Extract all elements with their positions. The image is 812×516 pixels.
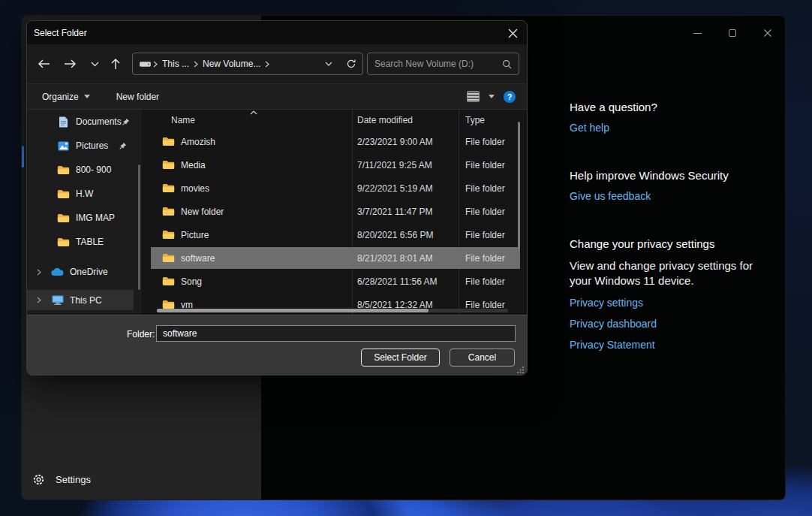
folder-name-input[interactable]: [156, 325, 516, 342]
file-date-modified: 6/28/2021 11:56 AM: [352, 276, 459, 287]
file-type: File folder: [459, 230, 527, 240]
gear-icon: [32, 473, 45, 486]
file-type: File folder: [459, 137, 527, 147]
view-dropdown-chevron-icon[interactable]: [489, 95, 495, 98]
up-button[interactable]: [107, 56, 124, 71]
file-type: File folder: [459, 276, 527, 287]
sidebar-item-pictures[interactable]: Pictures: [27, 134, 142, 158]
get-help-link[interactable]: Get help: [570, 122, 784, 134]
breadcrumb-new-volume[interactable]: New Volume...: [203, 59, 260, 69]
sidebar-item-this-pc[interactable]: This PC: [27, 290, 134, 310]
column-header-type[interactable]: Type: [459, 115, 527, 125]
file-type: File folder: [459, 160, 527, 170]
expand-chevron-icon[interactable]: [35, 269, 44, 276]
section-help-improve: Help improve Windows Security Give us fe…: [570, 169, 784, 202]
file-date-modified: 8/5/2021 12:32 AM: [352, 300, 459, 310]
section-have-a-question: Have a question? Get help: [570, 101, 784, 134]
select-folder-button[interactable]: Select Folder: [361, 349, 440, 367]
file-name: Amozish: [181, 137, 215, 147]
cancel-button[interactable]: Cancel: [450, 349, 515, 367]
up-arrow-icon: [110, 58, 121, 70]
dialog-titlebar[interactable]: Select Folder: [27, 21, 527, 44]
sidebar-item-label: Pictures: [76, 140, 108, 151]
file-date-modified: 8/21/2021 8:01 AM: [352, 253, 459, 264]
column-header-name[interactable]: Name: [142, 115, 352, 125]
table-row[interactable]: software 8/21/2021 8:01 AM File folder: [142, 246, 527, 270]
change-view-button[interactable]: [467, 91, 480, 102]
sidebar-item-label: TABLE: [76, 237, 104, 247]
file-type: File folder: [459, 300, 527, 310]
search-box[interactable]: [367, 53, 519, 75]
file-name: Song: [181, 276, 202, 287]
nav-selection-indicator: [22, 146, 24, 167]
organize-button[interactable]: Organize: [42, 92, 90, 102]
sidebar-item-img-map[interactable]: IMG MAP: [27, 206, 142, 230]
privacy-settings-link[interactable]: Privacy settings: [570, 297, 784, 309]
breadcrumb-chevron-icon: [153, 61, 158, 68]
folder-label: Folder:: [127, 329, 155, 339]
recent-locations-button[interactable]: [86, 56, 103, 71]
back-button[interactable]: [35, 56, 52, 71]
onedrive-cloud-icon: [51, 268, 64, 276]
file-type: File folder: [459, 253, 527, 264]
folder-icon: [57, 237, 70, 247]
table-row[interactable]: Song 6/28/2021 11:56 AM File folder: [142, 270, 527, 293]
folder-icon: [162, 137, 175, 146]
give-feedback-link[interactable]: Give us feedback: [570, 190, 784, 202]
dialog-close-button[interactable]: [506, 26, 519, 40]
sidebar-item-hw[interactable]: H.W: [27, 182, 142, 206]
sidebar-item-label: OneDrive: [70, 267, 108, 277]
column-header-date-modified[interactable]: Date modified: [352, 115, 459, 125]
chevron-down-icon: [325, 62, 332, 66]
sidebar-item-800-900[interactable]: 800- 900: [27, 158, 142, 182]
expand-chevron-icon[interactable]: [35, 297, 44, 303]
privacy-statement-link[interactable]: Privacy Statement: [570, 339, 784, 351]
table-row[interactable]: movies 9/22/2021 5:19 AM File folder: [142, 177, 527, 200]
table-row[interactable]: Media 7/11/2021 9:25 AM File folder: [142, 153, 527, 177]
address-dropdown-button[interactable]: [325, 62, 332, 66]
pin-icon: [119, 142, 127, 150]
file-type: File folder: [459, 207, 527, 217]
address-bar[interactable]: This ... New Volume...: [132, 53, 363, 75]
table-row[interactable]: New folder 3/7/2021 11:47 PM File folder: [142, 200, 527, 223]
sidebar-item-settings[interactable]: Settings: [32, 473, 91, 486]
privacy-dashboard-link[interactable]: Privacy dashboard: [570, 318, 784, 330]
dialog-body: Documents Pictures: [27, 110, 527, 315]
search-icon: [502, 59, 512, 69]
dialog-toolbar: Organize New folder ?: [27, 83, 527, 110]
organize-label: Organize: [42, 92, 79, 102]
help-button[interactable]: ?: [504, 91, 516, 103]
resize-grip[interactable]: [516, 366, 525, 374]
sidebar-scrollbar[interactable]: [138, 164, 140, 290]
sidebar-item-documents[interactable]: Documents: [27, 110, 142, 134]
sidebar-item-onedrive[interactable]: OneDrive: [27, 260, 142, 284]
table-row[interactable]: Amozish 2/23/2021 9:00 AM File folder: [142, 130, 527, 153]
file-date-modified: 9/22/2021 5:19 AM: [352, 183, 459, 194]
section-heading: Have a question?: [570, 101, 784, 113]
breadcrumb-this-pc[interactable]: This ...: [162, 59, 189, 69]
folder-tree-sidebar: Documents Pictures: [27, 110, 142, 315]
settings-label: Settings: [56, 474, 91, 485]
folder-icon: [162, 300, 175, 309]
folder-icon: [57, 213, 70, 223]
sort-ascending-icon: [250, 110, 257, 115]
minimize-button[interactable]: [691, 27, 703, 39]
new-folder-button[interactable]: New folder: [116, 92, 159, 102]
maximize-button[interactable]: [726, 27, 738, 39]
sidebar-item-table[interactable]: TABLE: [27, 230, 142, 254]
forward-button[interactable]: [62, 56, 78, 71]
folder-icon: [162, 160, 175, 170]
folder-icon: [162, 230, 175, 240]
sidebar-item-label: 800- 900: [76, 164, 111, 175]
pictures-icon: [57, 141, 70, 151]
file-date-modified: 8/20/2021 6:56 PM: [352, 230, 459, 240]
refresh-icon: [346, 59, 356, 69]
computer-icon: [51, 295, 64, 305]
section-privacy-settings: Change your privacy settings View and ch…: [570, 237, 784, 351]
close-icon: [508, 29, 518, 38]
refresh-button[interactable]: [346, 59, 356, 69]
table-row[interactable]: Picture 8/20/2021 6:56 PM File folder: [142, 223, 527, 246]
file-list: Name Date modified Type Amozish 2/23/202…: [142, 110, 527, 315]
close-button[interactable]: [762, 27, 774, 39]
search-input[interactable]: [374, 59, 502, 69]
